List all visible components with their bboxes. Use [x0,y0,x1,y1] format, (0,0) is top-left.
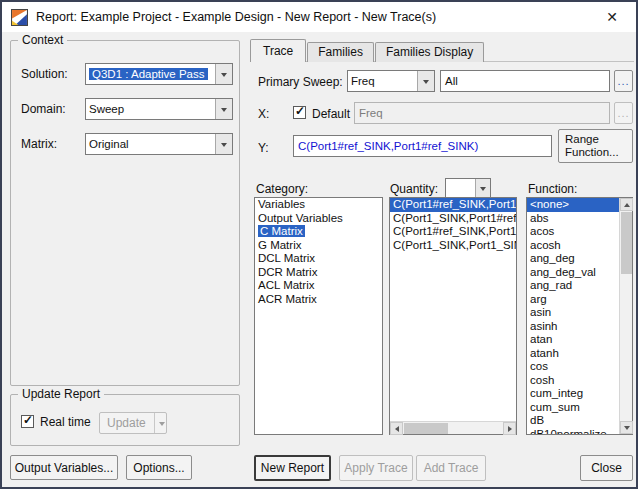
domain-dropdown-icon[interactable] [215,99,232,119]
sweep-range-field[interactable]: All [440,70,610,92]
quantity-combo[interactable] [445,178,491,198]
function-vscroll-thumb[interactable] [621,212,632,274]
quantity-label: Quantity: [390,182,438,196]
tab-strip: Trace Families Families Display [250,39,485,62]
default-checkbox-label[interactable]: Default [312,107,350,121]
list-item[interactable]: asinh [527,320,619,334]
output-variables-button[interactable]: Output Variables... [10,455,118,480]
x-ellipsis-button[interactable]: ... [614,102,633,124]
y-axis-label: Y: [258,141,269,155]
list-item[interactable]: arg [527,293,619,307]
domain-label: Domain: [21,102,66,116]
app-icon [11,9,28,26]
primary-sweep-label: Primary Sweep: [258,75,343,89]
category-list[interactable]: VariablesOutput VariablesC MatrixG Matri… [254,197,383,435]
list-item[interactable]: acosh [527,239,619,253]
list-item[interactable]: cosh [527,374,619,388]
list-item[interactable]: ang_deg_val [527,266,619,280]
list-item[interactable]: ang_deg [527,252,619,266]
list-item[interactable]: G Matrix [255,239,382,253]
primary-sweep-combo[interactable]: Freq [347,70,435,92]
solution-label: Solution: [21,67,68,81]
function-list[interactable]: <none>absacosacoshang_degang_deg_valang_… [526,197,633,435]
list-item[interactable]: C(Port1#ref_SINK,Port1 [390,198,516,212]
list-item[interactable]: abs [527,212,619,226]
apply-trace-button[interactable]: Apply Trace [339,455,413,481]
domain-value: Sweep [86,103,215,115]
function-label: Function: [528,182,577,196]
window-title: Report: Example Project - Example Design… [36,10,597,24]
update-dropdown-icon[interactable] [154,413,165,433]
quantity-list[interactable]: C(Port1#ref_SINK,Port1C(Port1_SINK,Port1… [389,197,517,435]
list-item[interactable]: C(Port1_SINK,Port1#ref [390,212,516,226]
domain-combo[interactable]: Sweep [85,98,233,120]
realtime-checkbox[interactable] [21,415,34,428]
list-item[interactable]: C(Port1_SINK,Port1_SIN [390,239,516,253]
list-item[interactable]: ang_rad [527,279,619,293]
matrix-dropdown-icon[interactable] [215,134,232,154]
primary-sweep-value: Freq [348,75,417,87]
update-button[interactable]: Update [99,412,167,434]
matrix-combo[interactable]: Original [85,133,233,155]
tab-families-display[interactable]: Families Display [375,42,484,62]
x-axis-label: X: [258,107,269,121]
list-item[interactable]: <none> [527,198,619,212]
context-group: Context Solution: Q3D1 : Adaptive Pass D… [10,40,240,386]
solution-dropdown-icon[interactable] [215,64,232,84]
tab-trace[interactable]: Trace [250,39,306,62]
solution-combo[interactable]: Q3D1 : Adaptive Pass [85,63,233,85]
titlebar-close-button[interactable]: ✕ [597,2,627,32]
sweep-range-ellipsis-button[interactable]: ... [614,70,633,92]
primary-sweep-dropdown-icon[interactable] [417,71,434,91]
close-icon: ✕ [606,9,618,25]
list-item[interactable]: Output Variables [255,212,382,226]
y-expression-input[interactable]: C(Port1#ref_SINK,Port1#ref_SINK) [293,135,552,157]
matrix-label: Matrix: [21,137,57,151]
list-item[interactable]: dB [527,414,619,428]
report-dialog: Report: Example Project - Example Design… [0,0,638,489]
scroll-up-icon[interactable] [620,198,633,211]
function-vscrollbar[interactable] [619,198,632,434]
matrix-value: Original [86,138,215,150]
context-group-label: Context [18,33,67,47]
titlebar: Report: Example Project - Example Design… [2,2,636,32]
add-trace-button[interactable]: Add Trace [416,455,486,481]
list-item[interactable]: cum_integ [527,387,619,401]
range-function-button[interactable]: Range Function... [558,129,633,163]
realtime-checkbox-label[interactable]: Real time [40,415,91,429]
options-button[interactable]: Options... [126,455,192,480]
quantity-hscroll-thumb[interactable] [404,423,448,434]
new-report-button[interactable]: New Report [254,455,331,481]
list-item[interactable]: C(Port1#ref_SINK,Port1# [390,225,516,239]
list-item[interactable]: atan [527,333,619,347]
quantity-dropdown-icon[interactable] [475,179,490,197]
quantity-hscrollbar[interactable] [390,421,516,434]
list-item[interactable]: ACR Matrix [255,293,382,307]
list-item[interactable]: C Matrix [255,225,382,239]
update-report-group-label: Update Report [18,387,104,401]
list-item[interactable]: asin [527,306,619,320]
tab-families[interactable]: Families [307,42,374,62]
category-label: Category: [256,182,308,196]
close-button[interactable]: Close [580,455,633,481]
scroll-down-icon[interactable] [620,421,633,434]
default-checkbox[interactable] [293,106,306,119]
list-item[interactable]: dB10normalize [527,428,619,436]
update-report-group: Update Report Real time Update [10,394,240,446]
list-item[interactable]: cos [527,360,619,374]
list-item[interactable]: Variables [255,198,382,212]
list-item[interactable]: DCL Matrix [255,252,382,266]
scroll-left-icon[interactable] [390,422,403,435]
list-item[interactable]: ACL Matrix [255,279,382,293]
scroll-right-icon[interactable] [503,422,516,435]
list-item[interactable]: cum_sum [527,401,619,415]
list-item[interactable]: atanh [527,347,619,361]
list-item[interactable]: acos [527,225,619,239]
x-value-field: Freq [354,102,610,124]
list-item[interactable]: DCR Matrix [255,266,382,280]
solution-value: Q3D1 : Adaptive Pass [89,68,208,80]
